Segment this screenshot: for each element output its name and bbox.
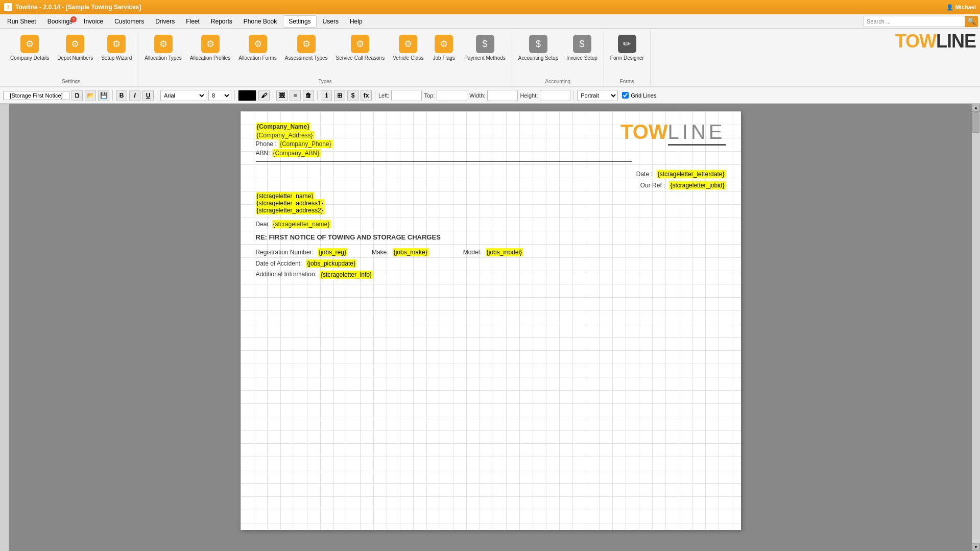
allocation-profiles-icon: ⚙ (201, 35, 220, 53)
company-name-value[interactable]: {Company_Name} (256, 123, 310, 131)
menu-help[interactable]: Help (345, 16, 368, 27)
model-label: Model: (463, 249, 482, 256)
recipient-address-block: {stcrageletter_name} {stcrageletter_addr… (256, 193, 726, 214)
toolbar-btn-accounting-setup[interactable]: $ Accounting Setup (515, 33, 561, 63)
toolbar-btn-setup-wizard[interactable]: ⚙ Setup Wizard (98, 33, 135, 63)
date-accident-value[interactable]: {jobs_pickupdate} (306, 259, 356, 268)
formula-button[interactable]: fx (361, 90, 372, 101)
additional-value[interactable]: {stcrageletter_info} (320, 271, 373, 279)
currency-button[interactable]: $ (347, 90, 358, 101)
dear-row: Dear {stcrageletter_name} (256, 220, 726, 228)
dear-name[interactable]: {stcrageletter_name} (272, 220, 331, 228)
invoice-setup-icon: $ (573, 35, 591, 53)
menu-customers[interactable]: Customers (109, 16, 149, 27)
form-designer-icon: ✏ (618, 35, 636, 53)
toolbar-logo: TOWLINE (895, 31, 976, 52)
company-abn-value[interactable]: {Company_ABN} (272, 149, 321, 157)
toolbar-btn-vehicle-class[interactable]: ⚙ Vehicle Class (390, 33, 426, 63)
company-details-icon: ⚙ (20, 35, 39, 53)
make-label: Make: (372, 249, 389, 256)
toolbar-btn-allocation-profiles[interactable]: ⚙ Allocation Profiles (187, 33, 233, 63)
divider-1 (256, 161, 632, 162)
menu-reports[interactable]: Reports (206, 16, 237, 27)
paint-button[interactable]: 🖌 (258, 90, 270, 101)
info-button[interactable]: ℹ (321, 90, 332, 101)
menu-invoice[interactable]: Invoice (79, 16, 108, 27)
date-value[interactable]: {stcrageletter_letterdate} (657, 170, 726, 178)
vertical-scrollbar[interactable]: ▲ ▼ (972, 104, 980, 551)
date-accident-label: Date of Accident: (256, 260, 302, 267)
make-value[interactable]: {jobs_make} (393, 248, 428, 256)
company-address-value[interactable]: {Company_Address} (256, 131, 314, 139)
menu-fleet[interactable]: Fleet (181, 16, 205, 27)
scroll-down-button[interactable]: ▼ (972, 543, 980, 551)
scroll-track[interactable] (972, 112, 980, 543)
our-ref-label: Our Ref : (640, 182, 665, 189)
model-value[interactable]: {jobs_model} (486, 248, 523, 256)
font-size-select[interactable]: 89101112 (208, 90, 231, 101)
main-toolbar: ⚙ Company Details ⚙ Depot Numbers ⚙ Setu… (0, 29, 980, 87)
font-select[interactable]: Arial Times New Roman Courier New (160, 90, 206, 101)
menu-users[interactable]: Users (318, 16, 344, 27)
recipient-address2[interactable]: {stcrageletter_address2} (256, 206, 324, 214)
align-button[interactable]: ≡ (290, 90, 301, 101)
top-input[interactable] (437, 90, 467, 101)
additional-label: Additional Information: (256, 271, 317, 278)
height-input[interactable] (540, 90, 570, 101)
setup-wizard-label: Setup Wizard (101, 55, 132, 61)
width-input[interactable] (487, 90, 518, 101)
toolbar-btn-allocation-types[interactable]: ⚙ Allocation Types (141, 33, 185, 63)
save-document-button[interactable]: 💾 (98, 90, 109, 101)
types-group-label: Types (318, 79, 332, 86)
new-document-button[interactable]: 🗋 (71, 90, 83, 101)
menu-bookings[interactable]: Bookings 5 (42, 16, 78, 27)
scroll-thumb[interactable] (972, 112, 979, 133)
company-phone-value[interactable]: {Company_Phone} (279, 140, 332, 148)
menu-drivers[interactable]: Drivers (150, 16, 180, 27)
toolbar-btn-allocation-forms[interactable]: ⚙ Allocation Forms (235, 33, 279, 63)
toolbar-group-forms: ✏ Form Designer Forms (604, 31, 651, 86)
table-button[interactable]: ⊞ (334, 90, 345, 101)
orientation-select[interactable]: Portrait Landscape (577, 90, 618, 101)
color-picker[interactable] (238, 90, 256, 101)
scroll-up-button[interactable]: ▲ (972, 104, 980, 112)
underline-button[interactable]: U (142, 90, 154, 101)
open-document-button[interactable]: 📂 (85, 90, 96, 101)
canvas-wrapper[interactable]: {Company_Name} {Company_Address} Phone :… (9, 104, 972, 551)
delete-button[interactable]: 🗑 (303, 90, 314, 101)
toolbar-btn-payment-methods[interactable]: $ Payment Methods (461, 33, 509, 63)
setup-wizard-icon: ⚙ (107, 35, 126, 53)
username: Michael (955, 4, 976, 10)
abn-row: ABN: {Company_ABN} (256, 149, 726, 157)
toolbar-btn-assessment-types[interactable]: ⚙ Assessment Types (282, 33, 331, 63)
grid-lines-checkbox[interactable] (622, 92, 629, 99)
search-input[interactable] (863, 16, 965, 27)
toolbar-btn-job-flags[interactable]: ⚙ Job Flags (428, 33, 459, 63)
additional-info-row: Additional Information: {stcrageletter_i… (256, 271, 726, 279)
left-input[interactable] (391, 90, 422, 101)
height-label: Height: (520, 92, 538, 99)
insert-image-button[interactable]: 🖼 (276, 90, 288, 101)
title-bar: T Towline - 2.0.14 - [Sample Towing Serv… (0, 0, 980, 14)
reg-value[interactable]: {jobs_reg} (318, 248, 347, 256)
job-flags-icon: ⚙ (435, 35, 453, 53)
toolbar-group-types: ⚙ Allocation Types ⚙ Allocation Profiles… (138, 31, 512, 86)
menu-phone-book[interactable]: Phone Book (238, 16, 282, 27)
search-button[interactable]: 🔍 (965, 16, 978, 27)
bold-button[interactable]: B (116, 90, 127, 101)
settings-group-label: Settings (62, 79, 80, 86)
italic-button[interactable]: I (129, 90, 140, 101)
separator-2 (157, 90, 157, 101)
toolbar-btn-invoice-setup[interactable]: $ Invoice Setup (563, 33, 601, 63)
date-label: Date : (636, 171, 653, 178)
our-ref-value[interactable]: {stcrageletter_jobid} (669, 181, 725, 189)
menu-run-sheet[interactable]: Run Sheet (2, 16, 41, 27)
menu-settings[interactable]: Settings (283, 15, 316, 28)
vehicle-class-label: Vehicle Class (393, 55, 423, 61)
toolbar-btn-service-call-reasons[interactable]: ⚙ Service Call Reasons (333, 33, 388, 63)
toolbar-btn-form-designer[interactable]: ✏ Form Designer (607, 33, 647, 63)
toolbar-btn-company-details[interactable]: ⚙ Company Details (7, 33, 52, 63)
separator-5 (317, 90, 318, 101)
accounting-group-label: Accounting (545, 79, 570, 86)
toolbar-btn-depot-numbers[interactable]: ⚙ Depot Numbers (54, 33, 96, 63)
